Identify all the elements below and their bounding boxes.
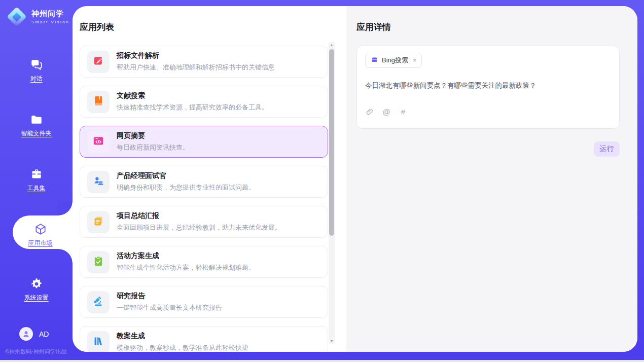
chat-icon [30, 58, 43, 71]
prompt-card: Bing搜索 × 今日湖北有哪些新闻要点？有哪些需要关注的最新政策？ @ # [356, 46, 620, 129]
cube-icon [34, 223, 47, 236]
prompt-toolbar: @ # [365, 107, 611, 116]
app-list-item[interactable]: 网页摘要 每日政府新闻资讯快查。 [80, 126, 328, 158]
sidebar-item-folder[interactable]: 智能文件夹 [0, 107, 73, 162]
hash-icon[interactable]: # [399, 107, 408, 116]
webpage-code-icon [92, 135, 104, 149]
clipboard-check-icon [92, 255, 104, 269]
microscope-icon [92, 295, 104, 309]
brand-logo-icon [6, 6, 27, 27]
brand-name: 神州问学 [31, 9, 69, 19]
briefcase-icon [371, 56, 378, 65]
app-list-item[interactable]: 教案生成 模板驱动，教案秒成，教学准备从此轻松快捷 [80, 326, 328, 352]
mention-icon[interactable]: @ [382, 107, 391, 116]
books-icon [92, 335, 104, 349]
app-detail-title: 应用详情 [356, 21, 620, 33]
app-list-panel: 应用列表 招标文件解析 帮助用户快速、准确地理解和解析招标书中的关键信息 文献搜… [73, 6, 346, 352]
gear-icon [30, 277, 43, 291]
user-avatar-icon [19, 327, 33, 341]
sidebar-item-gear[interactable]: 系统设置 [0, 271, 73, 326]
app-list-item[interactable]: 招标文件解析 帮助用户快速、准确地理解和解析招标书中的关键信息 [80, 46, 328, 78]
prompt-text[interactable]: 今日湖北有哪些新闻要点？有哪些需要关注的最新政策？ [365, 81, 611, 91]
bottom-strip [0, 360, 644, 362]
notes-icon [92, 215, 104, 229]
book-icon [92, 95, 104, 109]
brand-subtitle: Smart Vision [31, 20, 69, 24]
run-button[interactable]: 运行 [594, 141, 620, 157]
attachment-icon[interactable] [365, 107, 374, 116]
user-menu[interactable]: AD [19, 327, 49, 341]
scrollbar[interactable]: ▲ ▼ [329, 42, 335, 344]
app-detail-panel: 应用详情 Bing搜索 × 今日湖北有哪些新闻要点？有哪些需要关注的最新政策？ … [346, 6, 637, 352]
app-list-item[interactable]: 文献搜索 快速精准查找学术资源，提高研究效率的必备工具。 [80, 86, 328, 118]
toolbox-icon [30, 168, 43, 181]
user-name: AD [39, 330, 49, 338]
chip-close-icon[interactable]: × [413, 57, 416, 64]
main-content: 应用列表 招标文件解析 帮助用户快速、准确地理解和解析招标书中的关键信息 文献搜… [73, 6, 637, 352]
scroll-down-icon[interactable]: ▼ [329, 339, 335, 343]
sidebar: 神州问学 Smart Vision 对话 智能文件夹 工具集 应用市场 系统设置 [0, 0, 73, 360]
interviewer-icon [92, 175, 104, 189]
app-list-item[interactable]: 活动方案生成 智能生成个性化活动方案，轻松解决规划难题。 [80, 246, 328, 278]
app-list-item[interactable]: 产品经理面试官 明确身份和职责，为您提供专业性的面试问题。 [80, 166, 328, 198]
scrollbar-thumb[interactable] [329, 49, 334, 236]
folder-icon [30, 113, 43, 126]
sidebar-item-chat[interactable]: 对话 [0, 52, 73, 107]
scroll-up-icon[interactable]: ▲ [329, 43, 335, 47]
tool-chip-bing-search[interactable]: Bing搜索 × [365, 53, 422, 68]
sidebar-nav: 对话 智能文件夹 工具集 应用市场 系统设置 [0, 52, 73, 326]
app-list-item[interactable]: 研究报告 一键智能生成高质量长文本研究报告 [80, 286, 328, 318]
edit-document-icon [92, 55, 104, 69]
app-window: 神州问学 Smart Vision 对话 智能文件夹 工具集 应用市场 系统设置 [0, 0, 644, 362]
tool-chip-label: Bing搜索 [382, 56, 408, 65]
sidebar-item-cube[interactable]: 应用市场 [0, 216, 73, 271]
app-list-item[interactable]: 项目总结汇报 全面回顾项目进展，总结经验教训，助力未来优化发展。 [80, 206, 328, 238]
app-list: 招标文件解析 帮助用户快速、准确地理解和解析招标书中的关键信息 文献搜索 快速精… [80, 46, 328, 352]
brand-logo: 神州问学 Smart Vision [6, 6, 69, 27]
app-list-title: 应用列表 [80, 21, 346, 33]
copyright-text: ©神州数码·神州问学出品 [5, 348, 67, 355]
